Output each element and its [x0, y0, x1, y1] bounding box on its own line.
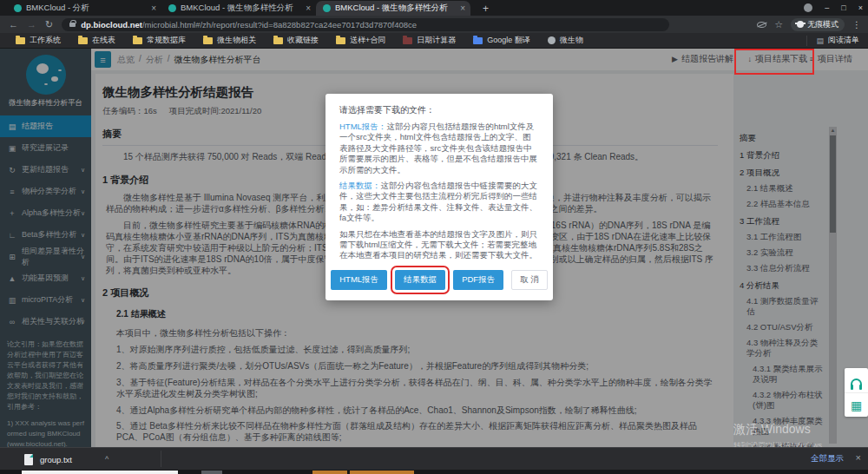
- bookmark-item[interactable]: 微生物相关: [203, 35, 256, 46]
- modal-buttons: HTML报告 结果数据 PDF报告 取 消: [339, 270, 539, 290]
- bookmark-item[interactable]: 工作系统: [16, 35, 61, 46]
- taskbar-sliver: [0, 470, 868, 474]
- browser-tab[interactable]: BMKCloud - 微生物多样性分析 ×: [316, 1, 470, 16]
- bookmark-folder-icon: [336, 37, 345, 44]
- bookmark-item[interactable]: Google 翻译: [473, 35, 530, 46]
- modal-paragraph-text: 如果只想在本地查看基本的结题报告文字及图片，则只需下载html压缩文件，无需下载…: [339, 229, 537, 260]
- site-favicon: [323, 4, 331, 12]
- bookmark-item[interactable]: 收藏链接: [273, 35, 319, 46]
- qrcode-button[interactable]: ▦: [845, 392, 868, 417]
- download-filename: group.txt: [40, 455, 72, 464]
- toolbar-right: ☆ 无痕模式 ⋮: [757, 16, 861, 33]
- bookmark-folder-icon: [473, 37, 483, 44]
- shelf-divider: [161, 451, 161, 467]
- modal-paragraph: HTML报告：这部分内容只包括结题报告的html文件及一个src文件夹，html…: [339, 122, 539, 175]
- modal-paragraph-lead: 结果数据：: [339, 181, 381, 190]
- bookmark-label: Google 翻译: [487, 35, 530, 46]
- tab-title: BMKCloud - 分析: [26, 3, 147, 14]
- taskbar-segment: [201, 471, 222, 474]
- download-item[interactable]: group.txt ^: [24, 451, 108, 467]
- bookmark-folder-icon: [133, 37, 142, 44]
- modal-paragraph: 结果数据：这部分内容包含结题报告中链接需要的大文件，这些大文件主要包括主流程分析…: [339, 181, 539, 224]
- reading-list-icon: ▤: [816, 36, 824, 45]
- incognito-profile-icon: [804, 3, 812, 12]
- bookmark-label: 日期计算器: [417, 35, 456, 46]
- file-icon: [24, 454, 33, 465]
- site-favicon: [168, 4, 176, 12]
- bookmark-item[interactable]: 日期计算器: [403, 35, 456, 46]
- modal-body: HTML报告：这部分内容只包括结题报告的html文件及一个src文件夹，html…: [339, 122, 539, 261]
- shelf-close-icon[interactable]: ×: [856, 452, 861, 463]
- modal-prompt: 请选择需要下载的文件：: [339, 104, 539, 116]
- download-caret-icon[interactable]: ^: [105, 455, 108, 464]
- bookmark-folder-icon: [203, 37, 213, 44]
- bookmark-label: 微生物相关: [217, 35, 256, 46]
- url-domain: dp.biocloud.net: [81, 20, 142, 30]
- taskbar-segment: [22, 471, 178, 474]
- tab-close-icon[interactable]: ×: [306, 3, 311, 13]
- tab-title: BMKCloud - 微生物多样性分析: [181, 3, 301, 14]
- incognito-label: 无痕模式: [807, 19, 838, 30]
- download-modal: 请选择需要下载的文件： HTML报告：这部分内容只包括结题报告的html文件及一…: [326, 94, 553, 300]
- bookmark-folder-icon: [273, 37, 283, 44]
- modal-paragraph: 如果只想在本地查看基本的结题报告文字及图片，则只需下载html压缩文件，无需下载…: [339, 229, 539, 261]
- bookmark-label: 送样+合同: [350, 35, 385, 46]
- tab-close-icon[interactable]: ×: [460, 3, 465, 13]
- headset-icon: [851, 379, 862, 387]
- bookmark-folder-icon: [548, 36, 556, 44]
- bookmark-folder-icon: [78, 37, 88, 44]
- bookmark-label: 在线表: [92, 35, 115, 46]
- browser-tab[interactable]: BMKCloud - 分析 ×: [7, 1, 161, 16]
- show-all-downloads-button[interactable]: 全部显示: [811, 453, 844, 464]
- bookmark-item[interactable]: 常规数据库: [133, 35, 186, 46]
- bookmark-star-icon[interactable]: ☆: [774, 19, 783, 30]
- bookmark-item[interactable]: 在线表: [78, 35, 115, 46]
- site-favicon: [14, 4, 22, 12]
- bookmark-label: 常规数据库: [147, 35, 186, 46]
- bookmark-label: 收藏链接: [287, 35, 319, 46]
- bookmark-folder-icon: [403, 37, 412, 44]
- lock-icon: [69, 23, 76, 27]
- eye-blocked-icon[interactable]: [757, 22, 766, 28]
- menu-more-icon[interactable]: ⋮: [852, 20, 861, 30]
- window-controls: – □ ×: [804, 0, 863, 15]
- modal-action-button[interactable]: PDF报告: [453, 270, 503, 290]
- reading-list-button[interactable]: ▤ 阅读清单: [806, 36, 859, 46]
- address-bar[interactable]: dp.biocloud.net/microbial.html#/zh/repor…: [62, 18, 669, 31]
- bookmark-label: 微生物: [560, 35, 583, 46]
- web-page: ≡ 总览 / 分析 / 微生物多样性分析平台 ▶ 结题报告讲解 ↓ 项目结果下载…: [0, 49, 868, 447]
- incognito-badge[interactable]: 无痕模式: [791, 18, 845, 31]
- bookmark-item[interactable]: 微生物: [548, 35, 583, 46]
- taskbar-segment: [350, 471, 414, 474]
- tab-title: BMKCloud - 微生物多样性分析: [335, 3, 456, 14]
- bookmark-label: 工作系统: [30, 35, 61, 46]
- minimize-button[interactable]: –: [825, 3, 829, 12]
- tab-list: BMKCloud - 分析 × BMKCloud - 微生物多样性分析 × BM…: [7, 1, 470, 16]
- modal-action-button[interactable]: HTML报告: [331, 270, 387, 290]
- customer-service-button[interactable]: [845, 368, 868, 392]
- new-tab-button[interactable]: +: [477, 1, 494, 16]
- red-annotation-box: [734, 49, 814, 75]
- qrcode-icon: ▦: [851, 399, 862, 411]
- page-url: dp.biocloud.net/microbial.html#/zh/repor…: [81, 20, 417, 30]
- downloads-shelf: group.txt ^ 全部显示 ×: [0, 447, 868, 470]
- close-button[interactable]: ×: [858, 3, 863, 12]
- forward-icon[interactable]: →: [27, 19, 36, 30]
- bookmarks-bar: 工作系统 在线表 常规数据库 微生物相关: [0, 33, 868, 49]
- incognito-spy-icon: [797, 21, 804, 28]
- back-icon[interactable]: ←: [9, 19, 18, 30]
- floating-helpers: ▦: [845, 368, 868, 417]
- tab-close-icon[interactable]: ×: [151, 3, 156, 13]
- refresh-icon[interactable]: ↻: [45, 19, 53, 30]
- browser-tab-strip: BMKCloud - 分析 × BMKCloud - 微生物多样性分析 × BM…: [0, 0, 868, 16]
- url-path: /microbial.html#/zh/report/result?id=8a8…: [142, 20, 417, 30]
- reading-list-label: 阅读清单: [828, 35, 859, 46]
- screen: BMKCloud - 分析 × BMKCloud - 微生物多样性分析 × BM…: [0, 0, 868, 474]
- maximize-button[interactable]: □: [841, 3, 845, 12]
- browser-tab[interactable]: BMKCloud - 微生物多样性分析 ×: [161, 1, 316, 16]
- modal-action-button[interactable]: 结果数据: [395, 270, 445, 290]
- url-toolbar: ← → ↻ dp.biocloud.net/microbial.html#/zh…: [0, 16, 868, 33]
- bookmark-folder-icon: [16, 37, 25, 44]
- modal-action-button[interactable]: 取 消: [511, 270, 548, 290]
- bookmark-item[interactable]: 送样+合同: [336, 35, 385, 46]
